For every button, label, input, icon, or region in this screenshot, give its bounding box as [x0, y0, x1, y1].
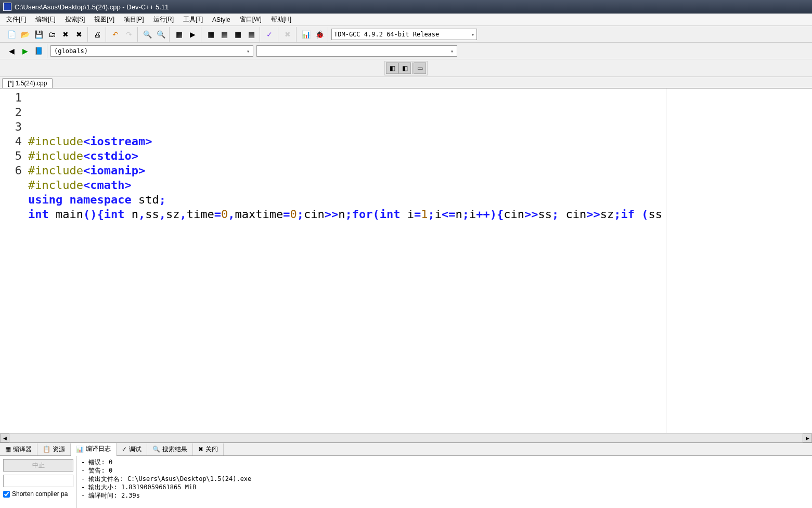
toolbar-main: 📄 📂 💾 🗂 ✖ ✖ 🖨 ↶ ↷ 🔍 🔍 ▦ ▶ ▦ ▦ ▦ ▦ ✓ ✖ 📊 …: [0, 26, 812, 43]
close-all-button[interactable]: ✖: [73, 28, 85, 41]
scope-select[interactable]: (globals): [50, 45, 253, 57]
bottom-tab-label: 资源: [53, 445, 65, 454]
menubar: 文件[F]编辑[E]搜索[S]视图[V]项目[P]运行[R]工具[T]AStyl…: [0, 14, 812, 26]
editor-tab-label: [*] 1.5(24).cpp: [8, 80, 47, 87]
bottom-tab-编译日志[interactable]: 📊编译日志: [71, 443, 117, 456]
menu-运行[interactable]: 运行[R]: [149, 14, 178, 25]
chevron-down-icon: [247, 47, 250, 55]
bottom-tab-调试[interactable]: ✓调试: [117, 443, 147, 455]
scroll-right-button[interactable]: ▶: [803, 434, 812, 442]
print-button[interactable]: 🖨: [91, 28, 104, 41]
replace-button[interactable]: 🔍: [154, 28, 167, 41]
menu-帮助[interactable]: 帮助[H]: [267, 14, 295, 25]
compile-button[interactable]: ▦: [173, 28, 185, 41]
code-editor[interactable]: 123456 #include<iostream>#include<cstdio…: [0, 88, 812, 433]
bottom-tab-资源[interactable]: 📋资源: [37, 443, 71, 455]
menu-项目[interactable]: 项目[P]: [120, 14, 148, 25]
menu-视图[interactable]: 视图[V]: [90, 14, 119, 25]
bug-button[interactable]: 🐞: [313, 28, 326, 41]
ruler-line: [666, 88, 666, 433]
save-all-button[interactable]: 🗂: [46, 28, 58, 41]
menu-astyle[interactable]: AStyle: [208, 15, 235, 24]
shorten-paths-checkbox[interactable]: Shorten compiler pa: [3, 490, 73, 498]
compile-run-button[interactable]: ▦: [204, 28, 217, 41]
new-file-button[interactable]: 📄: [5, 28, 18, 41]
find-button[interactable]: 🔍: [141, 28, 153, 41]
code-line[interactable]: using namespace std;: [28, 193, 812, 207]
scroll-left-button[interactable]: ◀: [0, 434, 9, 442]
empty-button[interactable]: [3, 475, 73, 487]
bottom-tab-label: 搜索结果: [162, 445, 187, 454]
chevron-down-icon: [471, 31, 474, 38]
editor-tab[interactable]: [*] 1.5(24).cpp: [2, 78, 53, 88]
bottom-tab-编译器[interactable]: ▦编译器: [0, 443, 37, 455]
app-icon: [3, 3, 11, 11]
horizontal-scrollbar[interactable]: ◀ ▶: [0, 433, 812, 442]
copy-icon: 📋: [43, 446, 50, 453]
menu-窗口[interactable]: 窗口[W]: [236, 14, 266, 25]
toolbar-debug: ◧ ◧ ▭: [0, 59, 812, 77]
rebuild-button[interactable]: ▦: [218, 28, 230, 41]
check-button[interactable]: ✓: [263, 28, 276, 41]
bottom-tab-label: 调试: [129, 445, 141, 454]
compiler-select-value: TDM-GCC 4.9.2 64-bit Release: [334, 31, 439, 38]
delete-button[interactable]: ✖: [281, 28, 294, 41]
redo-button[interactable]: ↷: [123, 28, 135, 41]
debug-btn-1[interactable]: ◧: [386, 62, 398, 74]
grid-icon: ▦: [5, 446, 11, 453]
debug-btn-3[interactable]: ▭: [414, 62, 426, 74]
code-line[interactable]: #include<cmath>: [28, 178, 812, 193]
profile-button[interactable]: ▦: [245, 28, 257, 41]
bookmark-button[interactable]: 📘: [32, 45, 45, 57]
menu-文件[interactable]: 文件[F]: [2, 14, 30, 25]
window-title: C:\Users\Asus\Desktop\1.5(24).cpp - Dev-…: [15, 3, 169, 11]
titlebar: C:\Users\Asus\Desktop\1.5(24).cpp - Dev-…: [0, 0, 812, 14]
check-icon: ✓: [122, 446, 127, 453]
debug-button[interactable]: ▦: [231, 28, 244, 41]
close-button[interactable]: ✖: [59, 28, 72, 41]
scroll-track[interactable]: [9, 434, 803, 442]
run-button[interactable]: ▶: [186, 28, 199, 41]
open-button[interactable]: 📂: [19, 28, 31, 41]
bottom-tab-关闭[interactable]: ✖关闭: [193, 443, 224, 455]
undo-button[interactable]: ↶: [109, 28, 122, 41]
code-line[interactable]: int main(){int n,ss,sz,time=0,maxtime=0;…: [28, 207, 812, 222]
debug-btn-2[interactable]: ◧: [398, 62, 411, 74]
code-line[interactable]: #include<cstdio>: [28, 149, 812, 163]
shorten-checkbox-input[interactable]: [3, 491, 10, 498]
bottom-tab-label: 关闭: [205, 445, 218, 454]
search-icon: 🔍: [152, 446, 160, 453]
compile-controls: 中止 Shorten compiler pa: [0, 456, 77, 508]
code-line[interactable]: #include<iostream>: [28, 134, 812, 149]
compile-log-panel: 中止 Shorten compiler pa - 错误: 0 - 警告: 0 -…: [0, 456, 812, 508]
gutter: 123456: [0, 88, 28, 433]
chevron-down-icon: [450, 47, 454, 55]
stop-button[interactable]: 中止: [3, 459, 73, 472]
compile-log-output[interactable]: - 错误: 0 - 警告: 0 - 输出文件名: C:\Users\Asus\D…: [77, 456, 812, 508]
menu-搜索[interactable]: 搜索[S]: [61, 14, 89, 25]
bottom-tabbar: ▦编译器📋资源📊编译日志✓调试🔍搜索结果✖关闭: [0, 442, 812, 456]
back-button[interactable]: ◀: [5, 45, 18, 57]
menu-编辑[interactable]: 编辑[E]: [31, 14, 60, 25]
forward-button[interactable]: ▶: [19, 45, 31, 57]
scope-select-value: (globals): [54, 47, 88, 55]
shorten-label: Shorten compiler pa: [12, 490, 68, 498]
menu-工具[interactable]: 工具[T]: [179, 14, 207, 25]
editor-tabbar: [*] 1.5(24).cpp: [0, 77, 812, 88]
toolbar-scope: ◀ ▶ 📘 (globals): [0, 43, 812, 59]
save-button[interactable]: 💾: [32, 28, 45, 41]
code-area[interactable]: #include<iostream>#include<cstdio>#inclu…: [28, 88, 812, 433]
chart-button[interactable]: 📊: [300, 28, 312, 41]
bottom-tab-label: 编译日志: [86, 444, 111, 453]
chart-icon: 📊: [76, 446, 84, 453]
bottom-tab-搜索结果[interactable]: 🔍搜索结果: [147, 443, 193, 455]
compiler-select[interactable]: TDM-GCC 4.9.2 64-bit Release: [331, 29, 477, 40]
member-select[interactable]: [256, 45, 457, 57]
bottom-tab-label: 编译器: [13, 445, 32, 454]
close-icon: ✖: [198, 446, 203, 453]
code-line[interactable]: #include<iomanip>: [28, 163, 812, 178]
